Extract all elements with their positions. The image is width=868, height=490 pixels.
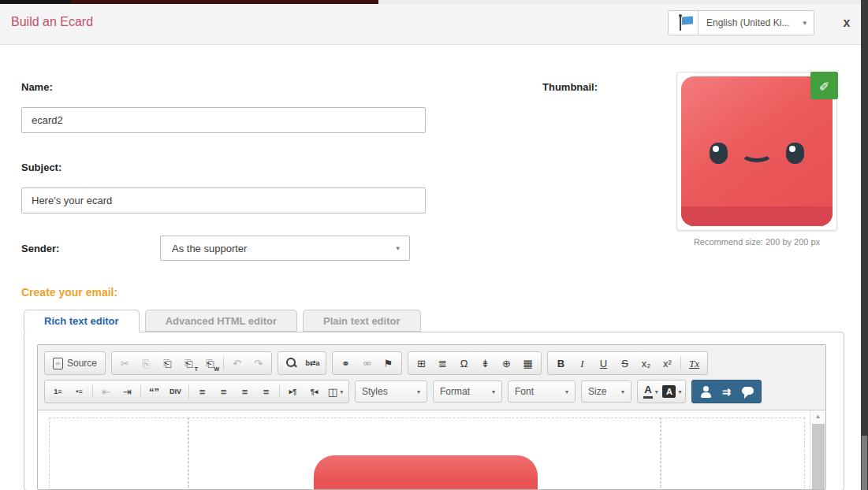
language-button[interactable]: ◫▾	[325, 382, 346, 401]
format-dropdown[interactable]: Format▾	[433, 380, 502, 403]
separator	[92, 384, 93, 399]
tab-advanced-html-editor[interactable]: Advanced HTML editor	[145, 310, 297, 332]
remove-format-button[interactable]: Tx	[684, 354, 705, 373]
anchor-button[interactable]: ⚑	[378, 354, 399, 373]
cut-icon: ✂	[121, 358, 129, 369]
link-icon: ⚭	[341, 358, 350, 369]
superscript-icon: x²	[663, 358, 672, 369]
editor-tabs: Rich text editorAdvanced HTML editorPlai…	[24, 310, 421, 332]
edit-thumbnail-button[interactable]: ✎	[810, 72, 838, 99]
align-right-button[interactable]: ≡	[234, 382, 255, 401]
chevron-down-icon: ▾	[803, 19, 807, 27]
ecard-right-eye	[786, 143, 804, 164]
table-button[interactable]: ⊞	[411, 354, 432, 373]
thumbnail-box: ✎	[676, 72, 837, 231]
font-dropdown-label: Font	[515, 386, 534, 397]
page-scrollbar[interactable]	[861, 0, 868, 490]
align-center-button[interactable]: ≡	[213, 382, 234, 401]
align-justify-icon: ≡	[263, 387, 270, 397]
decrease-indent-button[interactable]: ⇤	[95, 382, 117, 401]
horizontal-rule-button[interactable]: ≣	[432, 354, 453, 373]
thumbnail-image	[681, 76, 833, 226]
subject-input[interactable]	[21, 187, 426, 213]
unlink-button[interactable]: ⚮	[356, 354, 378, 373]
bold-button[interactable]: B	[550, 354, 572, 373]
search-icon	[286, 358, 297, 369]
insert-message-button[interactable]	[737, 382, 758, 401]
iframe-icon: ⊕	[502, 358, 511, 369]
chevron-down-icon: ▾	[340, 388, 343, 395]
align-left-button[interactable]: ≡	[192, 382, 213, 401]
paste-from-word-button[interactable]: ⎗W	[199, 354, 221, 373]
editor-scrollbar-thumb[interactable]	[812, 424, 825, 489]
div-container-button[interactable]: DIV	[165, 382, 186, 401]
replace-button[interactable]: b⇄a	[302, 354, 323, 373]
close-button[interactable]: x	[837, 13, 856, 32]
editor-toolbar: ‹›Source✂⎘⎗⎗T⎗W↶↷b⇄a⚭⚮⚑⊞≣Ω⇟⊕▦BIUSx₂x²Tx …	[38, 345, 825, 410]
name-label: Name:	[21, 81, 53, 93]
subscript-button[interactable]: x₂	[635, 354, 657, 373]
div-container-icon: DIV	[170, 388, 181, 395]
increase-indent-button[interactable]: ⇥	[117, 382, 138, 401]
styles-dropdown[interactable]: Styles▾	[355, 380, 427, 403]
iframe-button[interactable]: ⊕	[496, 354, 517, 373]
tab-plain-text-editor[interactable]: Plain text editor	[303, 310, 421, 332]
scroll-up-icon[interactable]: ▲	[810, 413, 825, 420]
toolbar-group: ‹›Source	[44, 351, 106, 375]
blockquote-button[interactable]: “”	[143, 382, 165, 401]
size-dropdown[interactable]: Size▾	[581, 380, 631, 403]
language-selector[interactable]: English (United Ki... ▾	[668, 10, 814, 35]
insert-contact-button[interactable]	[695, 382, 716, 401]
decrease-indent-icon: ⇤	[102, 387, 110, 397]
link-button[interactable]: ⚭	[335, 354, 356, 373]
text-color-button[interactable]: A▾	[640, 382, 661, 401]
copy-button[interactable]: ⎘	[136, 354, 157, 373]
underline-button[interactable]: U	[593, 354, 614, 373]
ecard-bottom-band	[681, 206, 833, 226]
numbered-list-button[interactable]: 1≡	[47, 382, 69, 401]
text-direction-ltr-icon: ▸¶	[289, 388, 297, 395]
superscript-button[interactable]: x²	[657, 354, 678, 373]
source-button[interactable]: ‹›Source	[47, 354, 102, 373]
share-button[interactable]: ⇉	[716, 382, 737, 401]
sender-select[interactable]: As the supporter ▾	[160, 236, 410, 261]
paste-button[interactable]: ⎗	[157, 354, 178, 373]
copy-icon: ⎘	[142, 358, 150, 369]
undo-button[interactable]: ↶	[226, 354, 248, 373]
sender-label: Sender:	[21, 243, 59, 254]
toolbar-row-1: ‹›Source✂⎘⎗⎗T⎗W↶↷b⇄a⚭⚮⚑⊞≣Ω⇟⊕▦BIUSx₂x²Tx	[44, 349, 822, 377]
name-input[interactable]	[21, 107, 426, 133]
italic-button[interactable]: I	[572, 354, 593, 373]
chevron-down-icon: ▾	[492, 388, 495, 395]
text-direction-ltr-button[interactable]: ▸¶	[282, 382, 304, 401]
align-justify-button[interactable]: ≡	[255, 382, 277, 401]
italic-icon: I	[580, 358, 583, 369]
separator	[279, 384, 280, 399]
chevron-down-icon: ▾	[655, 388, 658, 395]
paste-plain-text-badge: T	[195, 366, 198, 372]
paste-plain-text-button[interactable]: ⎗T	[178, 354, 199, 373]
strikethrough-button[interactable]: S	[614, 354, 635, 373]
redo-button[interactable]: ↷	[248, 354, 269, 373]
find-button[interactable]	[281, 354, 302, 373]
redo-icon: ↷	[254, 358, 263, 369]
image-button[interactable]: ▦	[517, 354, 538, 373]
underline-icon: U	[600, 358, 607, 369]
editor-scrollbar[interactable]: ▲	[810, 410, 825, 489]
numbered-list-icon: 1≡	[54, 388, 61, 395]
chevron-down-icon: ▾	[565, 388, 568, 395]
special-character-icon: Ω	[460, 358, 468, 369]
editable-area[interactable]: ▲	[38, 410, 825, 489]
cut-button[interactable]: ✂	[114, 354, 136, 373]
ecard-mouth	[740, 143, 773, 162]
background-color-button[interactable]: A▾	[661, 382, 683, 401]
special-character-button[interactable]: Ω	[453, 354, 475, 373]
page-scrollbar-thumb[interactable]	[862, 436, 867, 490]
bulleted-list-button[interactable]: •≡	[69, 382, 90, 401]
font-dropdown[interactable]: Font▾	[508, 380, 576, 403]
tab-rich-text-editor[interactable]: Rich text editor	[24, 310, 140, 332]
pencil-icon: ✎	[819, 78, 829, 93]
subscript-icon: x₂	[642, 358, 651, 369]
page-break-button[interactable]: ⇟	[475, 354, 496, 373]
text-direction-rtl-button[interactable]: ¶◂	[304, 382, 325, 401]
